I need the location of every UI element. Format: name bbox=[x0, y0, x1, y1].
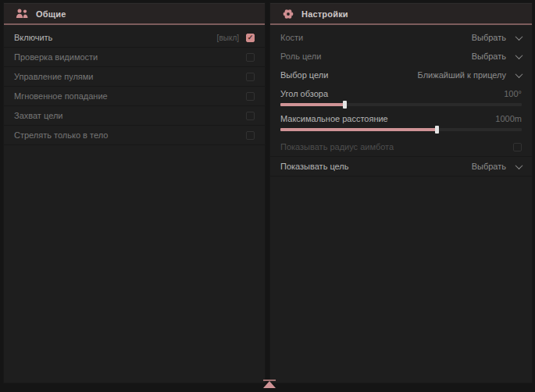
row-label: Максимальное расстояние bbox=[280, 114, 388, 123]
general-rows: Включить [выкл] ✓ Проверка видимости ✓ У… bbox=[4, 25, 265, 145]
row-show-target[interactable]: Показывать цель Выбрать bbox=[270, 157, 532, 176]
row-label: Выбор цели bbox=[280, 70, 328, 80]
row-enable[interactable]: Включить [выкл] ✓ bbox=[4, 28, 265, 48]
instant-hit-checkbox[interactable]: ✓ bbox=[246, 92, 255, 101]
slider-handle[interactable] bbox=[343, 101, 347, 109]
row-target-selection[interactable]: Выбор цели Ближайший к прицелу bbox=[270, 66, 532, 84]
slider-value: 1000m bbox=[495, 114, 522, 123]
row-label: Кости bbox=[280, 33, 303, 42]
row-fov: Угол обзора 100° bbox=[270, 84, 532, 109]
dropdown-value: Выбрать bbox=[472, 52, 506, 61]
panel-title: Настройки bbox=[301, 9, 348, 19]
row-label: Роль цели bbox=[280, 52, 321, 61]
window: Общие Включить [выкл] ✓ Проверка видимос… bbox=[0, 0, 535, 392]
panel-general: Общие Включить [выкл] ✓ Проверка видимос… bbox=[4, 3, 265, 383]
row-bones[interactable]: Кости Выбрать bbox=[270, 28, 532, 47]
slider-handle[interactable] bbox=[435, 126, 439, 134]
body-only-checkbox[interactable]: ✓ bbox=[246, 131, 255, 140]
row-label: Проверка видимости bbox=[14, 52, 98, 62]
slider-fill bbox=[280, 103, 345, 106]
settings-rows: Кости Выбрать Роль цели Выбрать Выбор це… bbox=[270, 25, 532, 176]
chevron-down-icon bbox=[515, 70, 523, 78]
max-distance-slider[interactable] bbox=[280, 128, 522, 131]
visibility-checkbox[interactable]: ✓ bbox=[246, 53, 255, 62]
panel-general-header: Общие bbox=[4, 4, 265, 25]
chevron-down-icon bbox=[515, 33, 523, 41]
row-bullet-control[interactable]: Управление пулями ✓ bbox=[4, 67, 265, 87]
slider-fill bbox=[280, 128, 437, 131]
target-lock-checkbox[interactable]: ✓ bbox=[246, 112, 255, 120]
row-label: Мгновенное попадание bbox=[14, 91, 108, 101]
row-label: Управление пулями bbox=[14, 72, 94, 81]
dropdown-value: Выбрать bbox=[472, 162, 506, 171]
slider-value: 100° bbox=[504, 89, 522, 98]
gear-icon bbox=[282, 8, 294, 20]
panel-title: Общие bbox=[36, 9, 66, 19]
row-label: Захват цели bbox=[14, 111, 62, 120]
fov-slider[interactable] bbox=[280, 103, 522, 106]
dropdown-value: Выбрать bbox=[472, 33, 506, 42]
row-label: Показывать радиус аимбота bbox=[280, 142, 394, 151]
checkmark-icon: ✓ bbox=[248, 34, 254, 41]
row-label: Угол обзора bbox=[280, 89, 328, 98]
hotkey-state: [выкл] bbox=[217, 34, 239, 42]
row-instant-hit[interactable]: Мгновенное попадание ✓ bbox=[4, 87, 265, 106]
chevron-down-icon bbox=[515, 162, 523, 169]
enable-checkbox[interactable]: ✓ bbox=[246, 34, 255, 42]
row-body-only[interactable]: Стрелять только в тело ✓ bbox=[4, 126, 265, 145]
row-label: Стрелять только в тело bbox=[14, 130, 108, 140]
row-visibility-check[interactable]: Проверка видимости ✓ bbox=[4, 48, 265, 67]
bullet-control-checkbox[interactable]: ✓ bbox=[246, 73, 255, 81]
target-selection-dropdown[interactable]: Ближайший к прицелу bbox=[418, 70, 522, 80]
row-max-distance: Максимальное расстояние 1000m bbox=[270, 109, 532, 134]
bones-dropdown[interactable]: Выбрать bbox=[472, 33, 522, 42]
row-target-role[interactable]: Роль цели Выбрать bbox=[270, 47, 532, 66]
row-target-lock[interactable]: Захват цели ✓ bbox=[4, 106, 265, 126]
show-radius-checkbox[interactable]: ✓ bbox=[513, 143, 522, 151]
up-triangle-icon[interactable] bbox=[263, 381, 276, 388]
row-label: Показывать цель bbox=[280, 162, 349, 171]
row-label: Включить bbox=[14, 33, 52, 42]
chevron-down-icon bbox=[515, 52, 523, 59]
users-icon bbox=[16, 9, 29, 19]
show-target-dropdown[interactable]: Выбрать bbox=[472, 162, 522, 171]
dropdown-value: Ближайший к прицелу bbox=[418, 70, 506, 80]
panel-settings-header: Настройки bbox=[270, 4, 532, 25]
target-role-dropdown[interactable]: Выбрать bbox=[472, 52, 522, 61]
panel-settings: Настройки Кости Выбрать Роль цели Выбрат… bbox=[270, 3, 532, 383]
row-show-aimbot-radius[interactable]: Показывать радиус аимбота ✓ bbox=[270, 137, 532, 157]
